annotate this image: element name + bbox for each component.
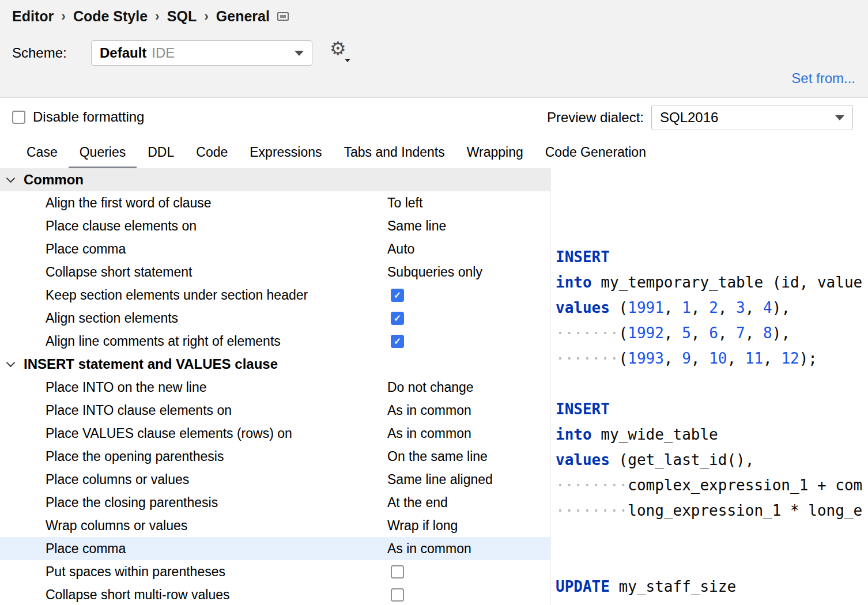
setting-checkbox[interactable]: ✓	[391, 289, 404, 302]
code-token: ,	[691, 324, 709, 342]
setting-label: Place the closing parenthesis	[46, 495, 218, 511]
setting-value-dropdown[interactable]: Do not change	[387, 380, 474, 395]
tab-queries[interactable]: Queries	[69, 138, 137, 168]
code-line: into my_wide_table	[556, 422, 868, 447]
setting-value-dropdown[interactable]: On the same line	[387, 449, 488, 464]
setting-row[interactable]: Align section elements✓	[0, 307, 550, 330]
breadcrumb-item-editor[interactable]: Editor	[12, 8, 54, 25]
setting-row[interactable]: Wrap columns or valuesWrap if long	[0, 514, 550, 537]
setting-label: Collapse short statement	[46, 264, 192, 280]
setting-label: Place comma	[46, 541, 126, 557]
code-token: 1991	[628, 299, 664, 316]
code-token: long_expression_1 * long_e	[628, 502, 862, 519]
setting-label: Place columns or values	[46, 472, 189, 487]
setting-row[interactable]: Put spaces within parentheses	[0, 560, 550, 583]
code-token: values	[556, 451, 610, 468]
code-line: INSERT	[556, 396, 868, 422]
setting-row[interactable]: Keep section elements under section head…	[0, 283, 550, 307]
code-token: 5	[682, 324, 691, 342]
setting-row[interactable]: Place the opening parenthesisOn the same…	[0, 445, 550, 468]
setting-value-dropdown[interactable]: To left	[387, 195, 422, 211]
collapse-toggle[interactable]	[0, 363, 21, 366]
code-line	[556, 523, 868, 549]
tab-ddl[interactable]: DDL	[137, 138, 185, 168]
setting-label: Keep section elements under section head…	[46, 288, 308, 303]
setting-row[interactable]: Place INTO on the new lineDo not change	[0, 376, 550, 399]
code-token: (	[610, 299, 628, 316]
setting-row[interactable]: Place commaAs in common	[0, 537, 550, 560]
setting-value-dropdown[interactable]: As in common	[387, 541, 471, 557]
scheme-dropdown[interactable]: Default IDE	[91, 40, 312, 66]
preview-dialect-value: SQL2016	[660, 109, 718, 126]
tab-case[interactable]: Case	[16, 138, 69, 168]
scheme-label: Scheme:	[12, 45, 67, 61]
collapse-toggle[interactable]	[0, 179, 21, 181]
chevron-down-icon	[6, 173, 15, 183]
tab-expressions[interactable]: Expressions	[239, 138, 333, 168]
setting-row[interactable]: Collapse short statementSubqueries only	[0, 260, 550, 283]
setting-value-dropdown[interactable]: As in common	[387, 403, 471, 418]
code-token: values	[556, 299, 610, 316]
tab-code[interactable]: Code	[185, 138, 239, 168]
setting-value-dropdown[interactable]: At the end	[387, 495, 448, 511]
code-token: 12	[781, 350, 799, 367]
code-token: ········	[556, 502, 628, 519]
preview-dialect-dropdown[interactable]: SQL2016	[651, 105, 853, 130]
setting-row[interactable]: Place clause elements onSame line	[0, 214, 550, 237]
code-token: into	[556, 426, 592, 443]
breadcrumb: Editor›Code Style›SQL›General	[12, 8, 289, 25]
chevron-down-icon	[835, 115, 844, 120]
setting-checkbox[interactable]: ✓	[391, 312, 404, 325]
setting-row[interactable]: Align line comments at right of elements…	[0, 330, 550, 353]
tab-wrapping[interactable]: Wrapping	[456, 138, 534, 168]
setting-label: Place comma	[46, 241, 126, 257]
setting-row[interactable]: Place VALUES clause elements (rows) onAs…	[0, 422, 550, 445]
setting-checkbox[interactable]	[391, 565, 404, 578]
code-token: 2	[709, 299, 718, 316]
setting-checkbox[interactable]	[391, 588, 404, 602]
setting-value-dropdown[interactable]: Subqueries only	[387, 264, 482, 280]
setting-value-dropdown[interactable]: Wrap if long	[387, 518, 458, 534]
setting-value-dropdown[interactable]: As in common	[387, 426, 471, 441]
disable-formatting-checkbox[interactable]	[12, 111, 25, 124]
breadcrumb-item-code-style[interactable]: Code Style	[73, 8, 148, 25]
setting-row[interactable]: Place columns or valuesSame line aligned	[0, 468, 550, 491]
open-in-dialog-icon[interactable]	[277, 12, 289, 21]
setting-label: Put spaces within parentheses	[46, 564, 225, 580]
breadcrumb-item-general[interactable]: General	[216, 8, 270, 25]
setting-value-dropdown[interactable]: Same line aligned	[387, 472, 493, 487]
setting-label: Align line comments at right of elements	[46, 334, 281, 349]
code-token: 11	[745, 350, 763, 367]
setting-row[interactable]: Place the closing parenthesisAt the end	[0, 491, 550, 514]
setting-value-dropdown[interactable]: Same line	[387, 218, 446, 234]
breadcrumb-separator: ›	[155, 9, 160, 24]
chevron-down-icon	[6, 358, 15, 367]
setting-row[interactable]: Align the first word of clauseTo left	[0, 191, 550, 214]
disable-formatting-group[interactable]: Disable formatting	[12, 109, 144, 125]
code-line	[556, 371, 868, 396]
tab-code-generation[interactable]: Code Generation	[534, 138, 657, 168]
code-token: 1993	[628, 350, 664, 367]
code-token: ),	[772, 324, 790, 342]
code-token: ·······	[556, 324, 619, 342]
tab-tabs-and-indents[interactable]: Tabs and Indents	[333, 138, 456, 168]
formatting-toolbar: Disable formatting Preview dialect: SQL2…	[0, 98, 868, 138]
breadcrumb-separator: ›	[61, 9, 66, 24]
setting-row[interactable]: Place INTO clause elements onAs in commo…	[0, 399, 550, 422]
gear-icon[interactable]: ⚙	[330, 39, 346, 58]
section-title: INSERT statement and VALUES clause	[24, 356, 278, 372]
breadcrumb-item-sql[interactable]: SQL	[167, 8, 197, 25]
set-from-link[interactable]: Set from...	[791, 70, 855, 86]
code-line: values (get_last_id(),	[556, 447, 868, 472]
setting-label: Place VALUES clause elements (rows) on	[46, 426, 292, 441]
preview-dialect-group: Preview dialect: SQL2016	[547, 105, 853, 130]
section-header: INSERT statement and VALUES clause	[0, 353, 550, 376]
setting-value-dropdown[interactable]: Auto	[387, 241, 414, 257]
code-token: (get_last_id(),	[610, 451, 754, 468]
setting-row[interactable]: Place commaAuto	[0, 237, 550, 260]
setting-checkbox[interactable]: ✓	[391, 335, 404, 348]
setting-row[interactable]: Collapse short multi-row values	[0, 583, 550, 605]
code-line: ········complex_expression_1 + com	[556, 472, 868, 498]
code-token: 9	[682, 350, 691, 367]
code-token: ,	[664, 350, 682, 367]
